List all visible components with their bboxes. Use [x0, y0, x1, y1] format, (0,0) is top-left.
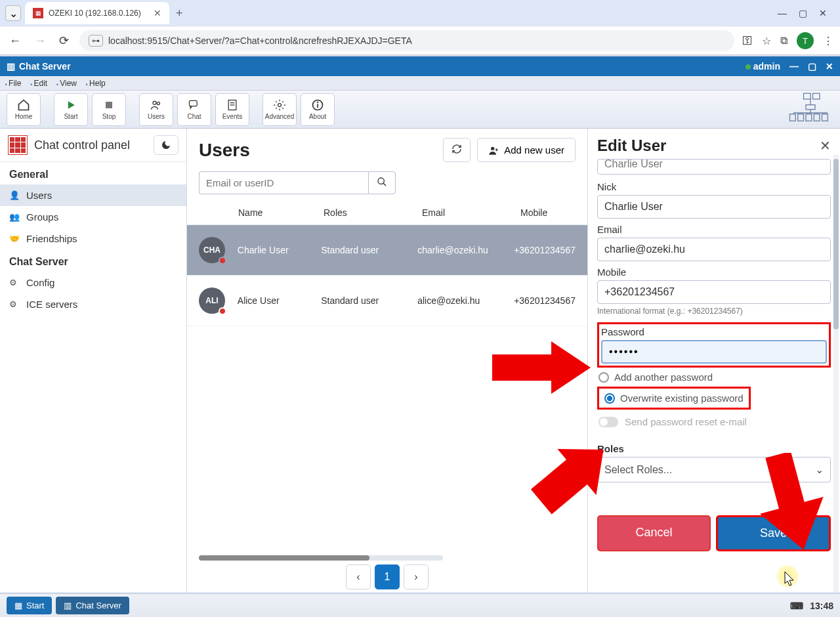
- profile-avatar[interactable]: T: [797, 32, 814, 49]
- email-input[interactable]: [597, 238, 831, 261]
- close-panel-icon[interactable]: ✕: [820, 138, 831, 154]
- cogs-icon: ⚙: [9, 278, 20, 287]
- tool-about[interactable]: About: [301, 93, 335, 126]
- user-icon: 👤: [9, 190, 20, 200]
- new-tab-button[interactable]: +: [176, 7, 183, 20]
- col-name[interactable]: Name: [238, 207, 324, 218]
- refresh-button[interactable]: [443, 138, 471, 162]
- svg-point-1: [153, 101, 156, 104]
- forward-icon: →: [32, 32, 49, 51]
- roles-label: Roles: [597, 443, 831, 454]
- table-row[interactable]: CHA Charlie User Standard user charlie@o…: [187, 225, 587, 276]
- app-close-icon[interactable]: ✕: [826, 61, 833, 72]
- tool-chat[interactable]: Chat: [177, 93, 211, 126]
- address-bar: ← → ⟳ ⊶ localhost:9515/Chat+Server/?a=Ch…: [0, 26, 840, 55]
- table-row[interactable]: ALI Alice User Standard user alice@ozeki…: [187, 276, 587, 326]
- app-menubar: File Edit View Help: [0, 76, 840, 91]
- vertical-scrollbar[interactable]: [833, 155, 839, 592]
- close-window-icon[interactable]: ✕: [819, 8, 827, 18]
- tab-list-dropdown[interactable]: ⌄: [5, 5, 21, 21]
- svg-line-24: [383, 183, 386, 186]
- page-1[interactable]: 1: [375, 564, 400, 589]
- tab-bar: ⌄ ▦ OZEKI 10 (192.168.0.126) ✕ + — ▢ ✕: [0, 0, 840, 26]
- page-prev[interactable]: ‹: [346, 564, 371, 589]
- extensions-icon[interactable]: ⧉: [780, 35, 788, 47]
- svg-point-22: [491, 146, 494, 150]
- svg-rect-20: [814, 114, 820, 121]
- svg-rect-3: [190, 100, 198, 106]
- page-next[interactable]: ›: [404, 564, 429, 589]
- app-maximize-icon[interactable]: ▢: [808, 61, 816, 72]
- browser-tab[interactable]: ▦ OZEKI 10 (192.168.0.126) ✕: [25, 2, 169, 24]
- search-input[interactable]: [199, 171, 368, 194]
- svg-rect-19: [806, 114, 812, 121]
- task-start[interactable]: ▦Start: [7, 597, 52, 614]
- menu-view[interactable]: View: [56, 79, 77, 88]
- name-field-cut[interactable]: Charlie User: [597, 159, 831, 175]
- tool-advanced[interactable]: Advanced: [262, 93, 297, 126]
- tool-users[interactable]: Users: [139, 93, 173, 126]
- radio-overwrite-highlight: Overwrite existing password: [597, 387, 751, 410]
- pagination: ‹ 1 ›: [187, 564, 587, 589]
- svg-rect-21: [822, 114, 828, 121]
- browser-menu-icon[interactable]: ⋮: [823, 35, 833, 47]
- tool-stop[interactable]: Stop: [92, 93, 126, 126]
- sidebar-item-groups[interactable]: 👥Groups: [0, 206, 186, 228]
- avatar: CHA: [199, 237, 225, 263]
- topology-diagram-icon: [788, 92, 833, 127]
- sidebar-item-friendships[interactable]: 🤝Friendships: [0, 228, 186, 249]
- search-button[interactable]: [368, 171, 396, 194]
- radio-overwrite-password[interactable]: Overwrite existing password: [604, 391, 744, 405]
- maximize-icon[interactable]: ▢: [799, 8, 807, 18]
- svg-rect-14: [806, 104, 815, 109]
- browser-chrome: ⌄ ▦ OZEKI 10 (192.168.0.126) ✕ + — ▢ ✕ ←…: [0, 0, 840, 56]
- password-label: Password: [601, 326, 827, 337]
- radio-icon: [604, 393, 615, 404]
- menu-help[interactable]: Help: [86, 79, 106, 88]
- menu-edit[interactable]: Edit: [30, 79, 47, 88]
- theme-toggle[interactable]: [154, 135, 178, 155]
- tool-events[interactable]: Events: [215, 93, 249, 126]
- panel-grid-icon: [8, 135, 28, 155]
- tool-start[interactable]: Start: [54, 93, 88, 126]
- site-info-icon[interactable]: ⊶: [89, 35, 103, 47]
- app-title: Chat Server: [19, 61, 71, 72]
- mobile-input[interactable]: [597, 280, 831, 304]
- toggle-send-reset[interactable]: Send password reset e-mail: [597, 412, 831, 431]
- edit-user-panel: Edit User ✕ Charlie User Nick Email Mobi…: [587, 129, 840, 592]
- sidebar-item-users[interactable]: 👤Users: [0, 184, 186, 206]
- sidebar-section-chatserver: Chat Server: [0, 249, 186, 272]
- close-tab-icon[interactable]: ✕: [154, 8, 161, 18]
- password-highlight: Password: [597, 322, 831, 368]
- tab-favicon: ▦: [33, 8, 43, 18]
- main-area: Chat control panel General 👤Users 👥Group…: [0, 129, 840, 592]
- url-input[interactable]: ⊶ localhost:9515/Chat+Server/?a=Chat+con…: [79, 30, 734, 51]
- minimize-icon[interactable]: —: [778, 8, 787, 18]
- col-mobile[interactable]: Mobile: [520, 207, 576, 218]
- col-roles[interactable]: Roles: [324, 207, 422, 218]
- task-chat-server[interactable]: ▥Chat Server: [56, 597, 129, 614]
- app-minimize-icon[interactable]: —: [789, 61, 799, 72]
- tool-home[interactable]: Home: [7, 93, 41, 126]
- mobile-label: Mobile: [597, 266, 831, 278]
- sidebar-item-config[interactable]: ⚙Config: [0, 272, 186, 293]
- reload-icon[interactable]: ⟳: [56, 31, 72, 51]
- col-email[interactable]: Email: [422, 207, 520, 218]
- keyboard-icon[interactable]: ⌨: [790, 601, 803, 611]
- password-input[interactable]: [601, 340, 827, 364]
- roles-select[interactable]: Select Roles... ⌄: [597, 457, 831, 482]
- nick-label: Nick: [597, 181, 831, 192]
- menu-file[interactable]: File: [5, 79, 21, 88]
- save-button[interactable]: Save: [716, 515, 831, 551]
- bookmark-star-icon[interactable]: ☆: [762, 35, 771, 47]
- back-icon[interactable]: ←: [7, 32, 24, 51]
- sidebar-item-ice[interactable]: ⚙ICE servers: [0, 293, 186, 315]
- horizontal-scrollbar[interactable]: [199, 555, 443, 561]
- moon-icon: [161, 140, 171, 150]
- cancel-button[interactable]: Cancel: [597, 515, 711, 551]
- user-status[interactable]: admin: [746, 61, 780, 72]
- password-key-icon[interactable]: ⚿: [742, 35, 753, 47]
- radio-add-password[interactable]: Add another password: [597, 368, 831, 387]
- nick-input[interactable]: [597, 195, 831, 219]
- add-user-button[interactable]: Add new user: [477, 138, 576, 162]
